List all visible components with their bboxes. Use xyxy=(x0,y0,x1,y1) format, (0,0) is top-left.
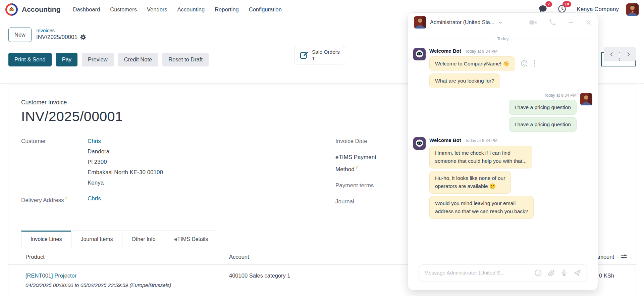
nav-item-vendors[interactable]: Vendors xyxy=(142,4,172,15)
tab-other-info[interactable]: Other Info xyxy=(122,231,165,248)
chat-thread: Today Welcome Bot Today at 9:34 PM Welco… xyxy=(408,32,598,290)
message-input[interactable] xyxy=(424,270,529,276)
message-group-user: Today at 9:34 PM I have a pricing questi… xyxy=(413,93,592,132)
gear-icon[interactable] xyxy=(80,34,86,40)
message-time: Today at 9:34 PM xyxy=(465,49,497,54)
chat-correspondent-avatar xyxy=(414,16,426,29)
nav-item-configuration[interactable]: Configuration xyxy=(244,4,287,15)
address-line: Pl 2300 xyxy=(88,157,328,167)
help-question-icon[interactable]: ? xyxy=(65,196,67,201)
emoji-icon[interactable] xyxy=(534,269,542,277)
reset-to-draft-button[interactable]: Reset to Draft xyxy=(162,53,209,66)
optional-columns-icon[interactable] xyxy=(620,253,628,260)
app-name: Accounting xyxy=(22,5,61,13)
journal-label: Journal xyxy=(335,196,386,207)
help-question-icon[interactable]: ? xyxy=(356,165,358,170)
pay-button[interactable]: Pay xyxy=(56,53,77,66)
customer-link[interactable]: Chris xyxy=(88,136,101,146)
chevron-down-icon[interactable] xyxy=(498,20,503,25)
chat-message-bubble: What are you looking for? xyxy=(429,73,500,88)
stat-button-label: Sale Orders xyxy=(312,49,340,55)
chat-message-bubble: I have a pricing question xyxy=(509,100,577,115)
chevron-right-icon xyxy=(626,52,631,57)
message-author[interactable]: Welcome Bot xyxy=(429,137,461,143)
welcome-bot-avatar xyxy=(413,137,426,219)
message-time: Today at 9:34 PM xyxy=(544,93,577,98)
print-send-button[interactable]: Print & Send xyxy=(8,53,52,66)
chat-header: Administrator (United Sta... xyxy=(408,13,598,32)
chat-message-bubble: Welcome to CompanyName! 👋 xyxy=(429,56,515,71)
new-button[interactable]: New xyxy=(8,28,32,42)
address-line: Embakasi North KE-30 00100 xyxy=(88,167,328,178)
add-reaction-icon[interactable] xyxy=(521,60,529,68)
table-row-product-cell[interactable]: [RENT001] Projector 04/30/2025 00:00:00 … xyxy=(8,265,229,289)
welcome-bot-avatar xyxy=(413,48,426,88)
breadcrumb-current: INV/2025/00001 xyxy=(36,34,77,41)
message-time: Today at 9:34 PM xyxy=(465,138,497,143)
pager-next-button[interactable] xyxy=(620,47,636,61)
activities-badge: 10 xyxy=(562,1,572,7)
minimize-icon[interactable] xyxy=(568,19,574,26)
attachment-icon[interactable] xyxy=(547,269,555,277)
chat-message-bubble: Hmmm, let me check if I can find someone… xyxy=(429,146,532,168)
edit-document-icon xyxy=(300,51,309,60)
delivery-address-label: Delivery Address? xyxy=(21,193,88,205)
date-divider: Today xyxy=(413,36,592,41)
nav-item-dashboard[interactable]: Dashboard xyxy=(68,4,105,15)
chat-message-bubble: Would you mind leaving your email addres… xyxy=(429,196,534,219)
user-message-avatar xyxy=(580,93,592,107)
video-call-icon[interactable] xyxy=(529,18,537,27)
chat-title[interactable]: Administrator (United Sta... xyxy=(430,19,494,26)
credit-note-button[interactable]: Credit Note xyxy=(118,53,158,66)
nav-item-customers[interactable]: Customers xyxy=(105,4,142,15)
messages-badge: 7 xyxy=(545,1,552,7)
sale-orders-stat-button[interactable]: Sale Orders 1 xyxy=(294,46,345,64)
phone-call-icon[interactable] xyxy=(549,19,556,26)
pager-previous-button[interactable] xyxy=(604,47,620,61)
customer-address: Dandora Pl 2300 Embakasi North KE-30 001… xyxy=(88,146,328,188)
payment-terms-label: Payment terms xyxy=(335,180,386,191)
product-description: 04/30/2025 00:00:00 to 05/02/2025 23:59:… xyxy=(25,281,229,289)
address-line: Kenya xyxy=(88,178,328,188)
chat-composer xyxy=(413,260,592,290)
message-group-bot: Welcome Bot Today at 9:34 PM Hmmm, let m… xyxy=(413,137,592,219)
message-author[interactable]: Welcome Bot xyxy=(429,48,461,54)
voice-message-icon[interactable] xyxy=(560,269,568,277)
column-header-product[interactable]: Product xyxy=(8,248,229,265)
nav-item-reporting[interactable]: Reporting xyxy=(210,4,244,15)
message-options-icon[interactable] xyxy=(533,60,536,67)
odoo-accounting-logo[interactable]: $ xyxy=(5,3,18,16)
breadcrumb-invoices-link[interactable]: Invoices xyxy=(36,28,55,33)
message-group-bot: Welcome Bot Today at 9:34 PM Welcome to … xyxy=(413,48,592,88)
send-icon[interactable] xyxy=(573,269,581,277)
chat-message-bubble: I have a pricing question xyxy=(509,117,577,132)
left-field-column: Customer Chris Dandora Pl 2300 Embakasi … xyxy=(21,136,328,212)
company-switcher[interactable]: Kenya Company xyxy=(577,6,619,13)
product-link[interactable]: [RENT001] Projector xyxy=(25,273,76,279)
preview-button[interactable]: Preview xyxy=(82,53,114,66)
invoice-date-label: Invoice Date xyxy=(335,136,386,146)
delivery-address-link[interactable]: Chris xyxy=(88,193,101,205)
etims-payment-method-label: eTIMS Payment Method? xyxy=(335,152,386,175)
tab-journal-items[interactable]: Journal Items xyxy=(71,231,122,248)
tab-etims-details[interactable]: eTIMS Details xyxy=(165,231,217,248)
chat-message-bubble: Hu-ho, it looks like none of our operato… xyxy=(429,171,511,194)
chevron-left-icon xyxy=(609,52,614,57)
close-icon[interactable] xyxy=(586,19,592,26)
address-line: Dandora xyxy=(88,146,328,157)
tab-invoice-lines[interactable]: Invoice Lines xyxy=(21,231,71,248)
pager xyxy=(604,47,636,61)
user-avatar[interactable] xyxy=(626,3,639,16)
customer-label: Customer xyxy=(21,136,88,146)
nav-item-accounting[interactable]: Accounting xyxy=(172,4,210,15)
livechat-window: Administrator (United Sta... Today xyxy=(408,12,598,290)
stat-button-count: 1 xyxy=(312,55,315,61)
breadcrumb: Invoices INV/2025/00001 xyxy=(36,28,86,41)
